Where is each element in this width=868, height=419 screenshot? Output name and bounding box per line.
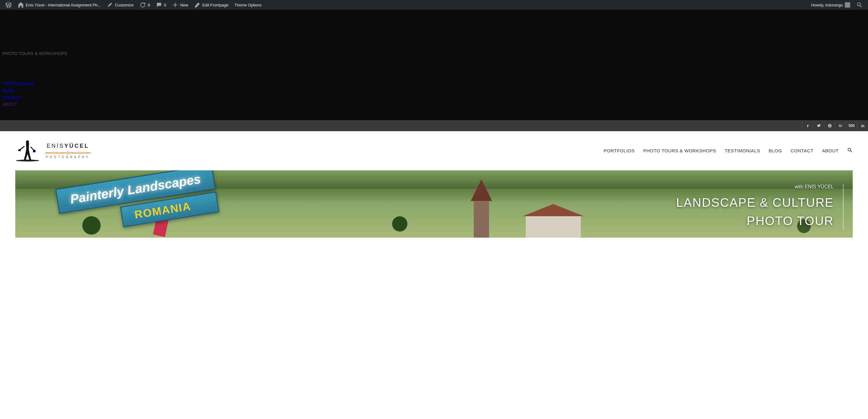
- customize-label: Customize: [115, 3, 133, 7]
- site-title: Enis Yücel - International Assignment Ph…: [26, 3, 101, 7]
- search-icon: [857, 2, 863, 8]
- black-menu-section: PHOTO TOURS & WORKSHOPS TESTIMONIALS BLO…: [0, 10, 868, 120]
- site-link[interactable]: Enis Yücel - International Assignment Ph…: [15, 0, 104, 10]
- comment-icon: [156, 2, 162, 8]
- svg-rect-4: [18, 149, 21, 151]
- wp-logo[interactable]: [2, 0, 15, 10]
- admin-search[interactable]: [853, 0, 866, 10]
- howdy-link[interactable]: Howdy, indurango: [808, 0, 853, 10]
- fivehundredpx-icon[interactable]: 500: [846, 120, 857, 131]
- svg-rect-5: [33, 150, 35, 152]
- pinterest-icon[interactable]: [824, 120, 835, 131]
- theme-options-link[interactable]: Theme Options: [231, 0, 265, 10]
- hero-title: LANDSCAPE & CULTURE PHOTO TOUR: [676, 193, 834, 230]
- linkedin-icon[interactable]: [857, 120, 868, 131]
- twitter-icon[interactable]: [813, 120, 824, 131]
- nav-search-button[interactable]: [847, 148, 853, 154]
- nav-about[interactable]: ABOUT: [822, 148, 839, 153]
- howdy-text: Howdy, indurango: [811, 3, 843, 7]
- brush-icon: [107, 2, 113, 8]
- update-icon: [140, 2, 146, 8]
- customize-link[interactable]: Customize: [104, 0, 136, 10]
- black-testimonials-link[interactable]: TESTIMONIALS: [2, 80, 866, 87]
- main-header: ENİSYÜCEL PHOTOGRAPHY PORTFOLIOS PHOTO T…: [0, 131, 868, 170]
- logo-last: YÜCEL: [65, 143, 89, 149]
- pencil-icon: [194, 2, 200, 8]
- black-photo-tours-link[interactable]: PHOTO TOURS & WORKSHOPS: [2, 51, 866, 56]
- house-decor: [526, 216, 581, 238]
- house-roof: [523, 204, 584, 216]
- edit-frontpage-link[interactable]: Edit Frontpage: [191, 0, 231, 10]
- hero-banner: Painterly Landscapes ROMANIA with ENİS Y…: [15, 170, 853, 238]
- hero-title-line2: PHOTO TOUR: [747, 214, 834, 228]
- logo-text: ENİSYÜCEL PHOTOGRAPHY: [43, 143, 92, 159]
- avatar-icon: [845, 2, 850, 8]
- admin-bar-left: Enis Yücel - International Assignment Ph…: [2, 0, 265, 10]
- black-about-link[interactable]: ABOUT: [2, 101, 866, 108]
- logo-divider-icon: [43, 151, 92, 154]
- main-nav: PORTFOLIOS PHOTO TOURS & WORKSHOPS TESTI…: [604, 148, 853, 154]
- hero-with: with ENİS YÜCEL: [676, 184, 834, 190]
- hero-buildings: [434, 189, 587, 238]
- logo-subtitle: PHOTOGRAPHY: [46, 155, 90, 159]
- nav-testimonials[interactable]: TESTIMONIALS: [724, 148, 760, 153]
- comments-link[interactable]: 0: [153, 0, 169, 10]
- facebook-icon[interactable]: [802, 120, 813, 131]
- tree-decor: [392, 216, 407, 231]
- logo-first: ENİS: [46, 143, 64, 149]
- theme-options-label: Theme Options: [235, 3, 262, 7]
- updates-link[interactable]: 9: [137, 0, 153, 10]
- comments-count: 0: [164, 3, 166, 7]
- nav-contact[interactable]: CONTACT: [790, 148, 813, 153]
- site-logo[interactable]: ENİSYÜCEL PHOTOGRAPHY: [15, 140, 92, 161]
- new-label: New: [180, 3, 188, 7]
- plus-icon: [172, 2, 178, 8]
- church-spire: [471, 180, 492, 201]
- nav-photo-tours[interactable]: PHOTO TOURS & WORKSHOPS: [643, 148, 716, 153]
- updates-count: 9: [148, 3, 150, 7]
- search-icon: [847, 148, 853, 153]
- nav-portfolios[interactable]: PORTFOLIOS: [604, 148, 634, 153]
- wordpress-icon: [5, 2, 11, 8]
- edit-frontpage-label: Edit Frontpage: [202, 3, 228, 7]
- home-icon: [18, 2, 24, 8]
- wp-admin-bar: Enis Yücel - International Assignment Ph…: [0, 0, 868, 10]
- nav-blog[interactable]: BLOG: [769, 148, 782, 153]
- hero-title-line1: LANDSCAPE & CULTURE: [676, 196, 834, 209]
- admin-bar-right: Howdy, indurango: [808, 0, 866, 10]
- social-bar: 500: [0, 120, 868, 131]
- svg-point-1: [26, 140, 29, 143]
- logo-figure-icon: [15, 140, 40, 161]
- logo-name: ENİSYÜCEL: [46, 143, 89, 149]
- svg-point-0: [16, 160, 39, 161]
- black-contact-link[interactable]: CONTACT: [2, 94, 866, 101]
- googleplus-icon[interactable]: [835, 120, 846, 131]
- black-blog-link[interactable]: BLOG: [2, 87, 866, 94]
- new-link[interactable]: New: [169, 0, 191, 10]
- hero-text: with ENİS YÜCEL LANDSCAPE & CULTURE PHOT…: [676, 184, 843, 230]
